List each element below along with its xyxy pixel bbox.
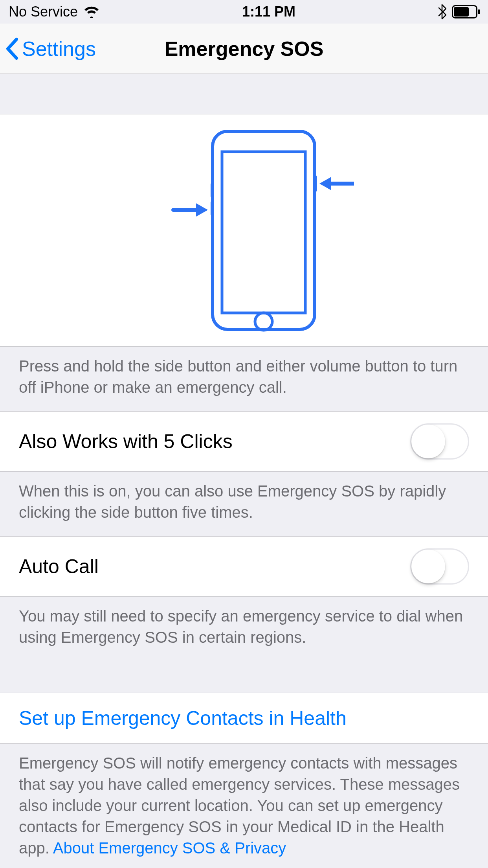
auto-call-footer: You may still need to specify an emergen… [0,597,488,661]
svg-marker-10 [319,177,331,190]
battery-icon [452,5,481,18]
status-right [438,4,481,20]
about-sos-privacy-link[interactable]: About Emergency SOS & Privacy [53,839,286,857]
status-left: No Service [9,4,100,20]
svg-point-5 [255,313,272,330]
contacts-footer: Emergency SOS will notify emergency cont… [0,744,488,868]
row-five-clicks: Also Works with 5 Clicks [0,411,488,472]
status-time: 1:11 PM [242,4,295,20]
status-bar: No Service 1:11 PM [0,0,488,24]
setup-contacts-link: Set up Emergency Contacts in Health [19,707,347,730]
wifi-icon [83,6,100,18]
svg-marker-12 [196,203,208,217]
svg-rect-4 [222,152,305,313]
back-button[interactable]: Settings [5,37,96,61]
phone-sos-illustration-icon [134,124,354,337]
section-spacer [0,661,488,693]
svg-rect-3 [213,131,315,329]
section-spacer [0,74,488,114]
bluetooth-icon [438,4,446,20]
illustration-footer-text: Press and hold the side button and eithe… [0,347,488,411]
row-setup-contacts[interactable]: Set up Emergency Contacts in Health [0,693,488,744]
back-label: Settings [22,37,96,61]
sos-illustration-panel [0,114,488,347]
svg-rect-1 [454,7,469,17]
nav-bar: Settings Emergency SOS [0,24,488,74]
carrier-label: No Service [9,4,78,20]
chevron-left-icon [5,37,19,61]
svg-rect-8 [211,201,213,215]
five-clicks-toggle[interactable] [410,423,469,460]
svg-rect-2 [478,9,480,14]
row-auto-call: Auto Call [0,536,488,597]
page-title: Emergency SOS [165,37,324,61]
auto-call-toggle[interactable] [410,548,469,585]
five-clicks-label: Also Works with 5 Clicks [19,430,233,453]
svg-rect-6 [314,175,317,192]
svg-rect-7 [211,183,213,197]
five-clicks-footer: When this is on, you can also use Emerge… [0,472,488,536]
auto-call-label: Auto Call [19,555,99,578]
